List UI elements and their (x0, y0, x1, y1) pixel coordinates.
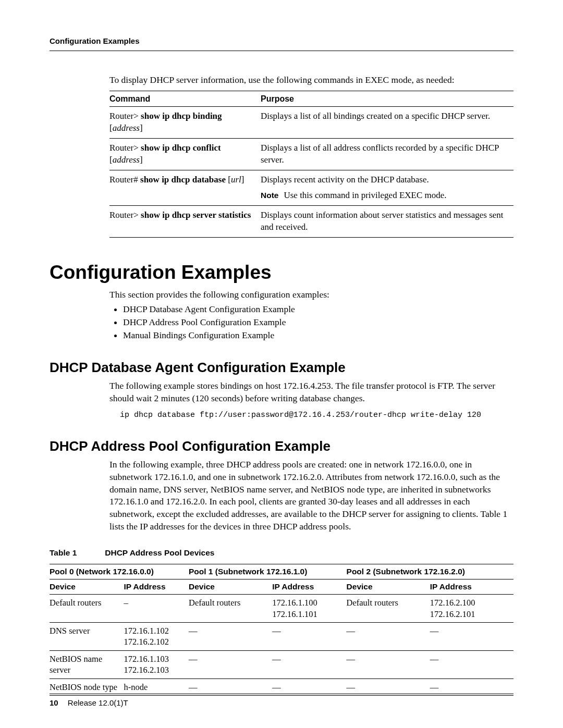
table-caption-title: DHCP Address Pool Devices (105, 548, 214, 557)
section-heading: Configuration Examples (50, 262, 513, 283)
cell: — (347, 650, 430, 678)
cell: — (272, 678, 346, 695)
intro-text: To display DHCP server information, use … (109, 75, 513, 85)
pool-header: Pool 2 (Subnetwork 172.16.2.0) (347, 564, 513, 579)
cell: 172.16.2.100 172.16.2.101 (430, 595, 513, 623)
purpose-cell: Displays count information about server … (261, 205, 513, 237)
cmd-header-purpose: Purpose (261, 91, 513, 107)
col-header: Device (189, 579, 272, 595)
cell: Default routers (50, 595, 124, 623)
table-row: NetBIOS node typeh-node———— (50, 678, 513, 695)
release-label: Release 12.0(1)T (68, 698, 128, 707)
table-row: Router# show ip dhcp database [url]Displ… (109, 170, 513, 205)
command-table: Command Purpose Router> show ip dhcp bin… (109, 91, 513, 238)
command-cell: Router# show ip dhcp database [url] (109, 170, 261, 205)
cmd-header-command: Command (109, 91, 261, 107)
running-header: Configuration Examples (50, 36, 513, 51)
table-caption-num: Table 1 (50, 548, 77, 557)
cell: — (189, 678, 272, 695)
cell: — (189, 650, 272, 678)
purpose-cell: Displays a list of all address conflicts… (261, 138, 513, 170)
cell: — (430, 678, 513, 695)
col-header: IP Address (272, 579, 346, 595)
purpose-cell: Displays a list of all bindings created … (261, 107, 513, 139)
cell: DNS server (50, 623, 124, 651)
cell: Default routers (347, 595, 430, 623)
overview-text: This section provides the following conf… (109, 289, 513, 301)
page-number: 10 (50, 698, 58, 707)
command-cell: Router> show ip dhcp binding [address] (109, 107, 261, 139)
col-header: IP Address (430, 579, 513, 595)
table-row: DNS server172.16.1.102 172.16.2.102———— (50, 623, 513, 651)
list-item: DHCP Address Pool Configuration Example (123, 317, 513, 328)
cell: 172.16.1.103 172.16.2.103 (124, 650, 189, 678)
pool-header: Pool 0 (Network 172.16.0.0) (50, 564, 189, 579)
cell: — (430, 623, 513, 651)
table-row: Default routers–Default routers172.16.1.… (50, 595, 513, 623)
table-row: Router> show ip dhcp server statisticsDi… (109, 205, 513, 237)
cell: — (189, 623, 272, 651)
command-cell: Router> show ip dhcp server statistics (109, 205, 261, 237)
col-header: IP Address (124, 579, 189, 595)
table-row: NetBIOS name server172.16.1.103 172.16.2… (50, 650, 513, 678)
cell: Default routers (189, 595, 272, 623)
cell: — (272, 623, 346, 651)
sub2-paragraph: In the following example, three DHCP add… (109, 459, 513, 533)
cell: — (272, 650, 346, 678)
purpose-cell: Displays recent activity on the DHCP dat… (261, 170, 513, 205)
subsection-heading: DHCP Database Agent Configuration Exampl… (50, 360, 513, 376)
example-list: DHCP Database Agent Configuration Exampl… (109, 304, 513, 341)
cell: — (347, 678, 430, 695)
table-row: Router> show ip dhcp conflict [address]D… (109, 138, 513, 170)
cell: 172.16.1.100 172.16.1.101 (272, 595, 346, 623)
devices-table: Pool 0 (Network 172.16.0.0)Pool 1 (Subne… (50, 564, 513, 696)
cell: – (124, 595, 189, 623)
pool-header: Pool 1 (Subnetwork 172.16.1.0) (189, 564, 347, 579)
command-cell: Router> show ip dhcp conflict [address] (109, 138, 261, 170)
subsection-heading: DHCP Address Pool Configuration Example (50, 438, 513, 454)
col-header: Device (50, 579, 124, 595)
sub1-paragraph: The following example stores bindings on… (109, 380, 513, 404)
col-header: Device (347, 579, 430, 595)
list-item: Manual Bindings Configuration Example (123, 330, 513, 341)
cell: NetBIOS name server (50, 650, 124, 678)
code-block: ip dhcp database ftp://user:password@172… (120, 411, 513, 419)
cell: NetBIOS node type (50, 678, 124, 695)
list-item: DHCP Database Agent Configuration Exampl… (123, 304, 513, 315)
table-row: Router> show ip dhcp binding [address]Di… (109, 107, 513, 139)
cell: h-node (124, 678, 189, 695)
cell: — (347, 623, 430, 651)
cell: 172.16.1.102 172.16.2.102 (124, 623, 189, 651)
cell: — (430, 650, 513, 678)
page-footer: 10 Release 12.0(1)T (50, 694, 513, 707)
